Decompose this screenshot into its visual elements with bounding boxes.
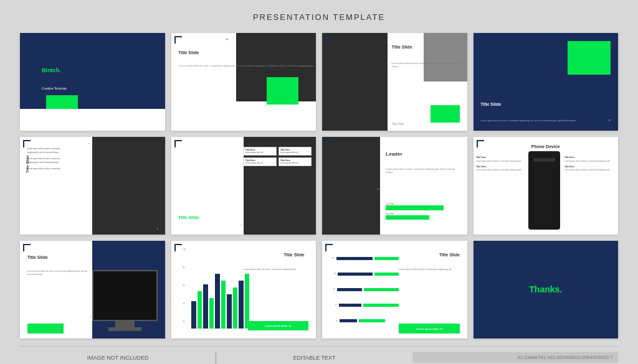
quote-icon: " <box>226 38 229 45</box>
text-line: adipiscing elit, sed do eiusmod tempor <box>27 161 88 164</box>
slide-11[interactable]: 100 80 60 40 20 <box>322 241 467 338</box>
h-bar-label: 100 <box>326 257 335 259</box>
bar-navy <box>203 284 208 329</box>
slide-6[interactable]: Title Slide Title Here Lorem ipsum dolor… <box>171 137 317 235</box>
quote-icon: " <box>90 315 92 321</box>
bar-green <box>359 319 385 322</box>
h-bar-row: 100 <box>326 257 399 260</box>
y-axis: 100 80 60 40 20 <box>183 248 186 322</box>
box-text: Lorem ipsum dolor sit <box>245 162 264 164</box>
box-text: Lorem ipsum dolor sit <box>245 151 264 154</box>
bar-green <box>233 287 238 329</box>
left-title-2: Title Here <box>476 166 526 169</box>
slide-2-text: Lorem ipsum dolor sit amet, consectetur … <box>178 64 314 68</box>
bar-green <box>209 298 214 329</box>
quote-icon: " <box>88 142 90 148</box>
slide-5[interactable]: Lorem ipsum dolor sit amet, consectetur … <box>20 137 165 235</box>
slide-3-title: Title Slide <box>392 45 412 49</box>
slide-11-label: Lorem ipsum dolor sit <box>399 324 460 334</box>
box-text: Lorem ipsum dolor sit <box>280 162 298 164</box>
slide-1-subtitle: Creative Template <box>42 86 67 90</box>
slide-1[interactable]: Bintch. Creative Template <box>20 33 165 131</box>
horizontal-bar-chart: 100 80 60 40 20 <box>326 251 399 329</box>
slide-4-text: Lorem ipsum dolor sit amet, consectetur … <box>480 119 576 123</box>
slide-8-phone-device[interactable]: Phone Device Title Here Lorem ipsum dolo… <box>474 137 619 235</box>
white-bar <box>20 109 165 131</box>
slide-6-boxes: Title Here Lorem ipsum dolor sit Title H… <box>244 147 312 166</box>
slide-10-title: Title Slide <box>283 253 304 257</box>
slides-grid: Bintch. Creative Template " Title Slide … <box>20 33 618 338</box>
y-label: 40 <box>183 302 186 305</box>
text-line: Lorem ipsum dolor sit amet, consectetur <box>27 167 88 170</box>
slide-8-left-text: Title Here Lorem ipsum dolor sit amet, c… <box>476 156 526 171</box>
quote-icon: " <box>240 223 242 230</box>
green-accent <box>46 95 78 109</box>
slide-2[interactable]: " Title Slide Lorem ipsum dolor sit amet… <box>171 33 317 131</box>
y-label: 20 <box>183 320 186 323</box>
slide-9-text: Lorem ipsum dolor sit amet, consectetur … <box>27 270 88 277</box>
slide-5-text: Lorem ipsum dolor sit amet, consectetur … <box>27 147 88 170</box>
footer-left: IMAGE NOT INCLUDED <box>20 355 216 361</box>
monitor-screen <box>92 270 158 321</box>
y-label: 80 <box>183 266 186 269</box>
h-bar-label: 20 <box>326 320 338 322</box>
box-text: Lorem ipsum dolor sit <box>280 151 298 154</box>
y-label: 60 <box>183 284 186 287</box>
mini-box-3: Title Here Lorem ipsum dolor sit <box>244 157 277 166</box>
gray-block <box>424 33 467 82</box>
slide-7[interactable]: Leader Lorem ipsum dolor sit amet, conse… <box>322 137 467 235</box>
bar-navy <box>227 294 232 329</box>
slide-9[interactable]: Title Slide Lorem ipsum dolor sit amet, … <box>20 241 165 338</box>
bar-navy <box>337 288 361 291</box>
progress-bar-1 <box>386 205 444 210</box>
bar-green <box>363 304 399 307</box>
monitor-stand <box>115 321 135 327</box>
bar-green <box>374 257 399 260</box>
slide-8-title: Phone Device <box>474 144 619 149</box>
slide-4-title: Title Slide <box>480 102 501 106</box>
slide-6-title: Title Slide <box>178 215 199 220</box>
slide-3-text: Lorem ipsum dolor sit amet, consectetur … <box>392 62 462 69</box>
bar-green <box>221 281 226 329</box>
slide-4[interactable]: Title Slide Lorem ipsum dolor sit amet, … <box>474 33 619 131</box>
text-line: adipiscing elit, sed do eiusmod tempor <box>27 151 88 154</box>
green-accent <box>431 105 460 123</box>
green-accent <box>568 41 611 75</box>
thanks-text: Thanks. <box>529 284 562 294</box>
slide-12-thanks[interactable]: Thanks. <box>474 241 619 338</box>
progress-bar-2 <box>386 215 429 220</box>
slide-3[interactable]: Title Slide Lorem ipsum dolor sit amet, … <box>322 33 467 131</box>
slide-7-text: Lorem ipsum dolor sit amet, consectetur … <box>386 168 458 175</box>
dark-block <box>322 33 388 131</box>
h-bar-row: 20 <box>326 319 399 322</box>
slide-11-text: Lorem ipsum dolor sit amet, consectetur … <box>399 268 460 271</box>
page-title: PRESENTATION TEMPLATE <box>253 12 385 22</box>
bar-navy <box>215 274 220 329</box>
monitor-device <box>92 270 158 334</box>
slide-3-title2: Title Here <box>392 123 404 126</box>
bar-navy <box>339 304 361 307</box>
phone-device <box>528 151 560 230</box>
mini-box-4: Title Here Lorem ipsum dolor sit <box>279 157 312 166</box>
bar-navy <box>239 281 244 329</box>
mini-box-2: Title Here Lorem ipsum dolor sit <box>279 147 312 156</box>
dark-block <box>322 137 380 235</box>
dark-block <box>92 137 164 235</box>
slide-10[interactable]: 100 80 60 40 20 Title Slide Lorem ipsum … <box>171 241 317 338</box>
footer: IMAGE NOT INCLUDED EDITABLE TEXT ID:3368… <box>20 346 618 364</box>
mini-box-1: Title Here Lorem ipsum dolor sit <box>244 147 277 156</box>
slide-8-right-text: Title Here Lorem ipsum dolor sit amet, c… <box>564 156 615 171</box>
left-title-1: Title Here <box>476 156 526 159</box>
h-bar-label: 40 <box>326 304 337 306</box>
bar-navy <box>340 319 357 322</box>
slide-10-label: Lorem ipsum dolor sit <box>248 321 309 331</box>
phone-speaker <box>533 158 556 162</box>
h-bar-row: 60 <box>326 288 399 291</box>
bar-navy <box>338 273 373 276</box>
green-accent <box>267 77 298 105</box>
h-bar-label: 80 <box>326 273 336 275</box>
monitor-base <box>108 327 141 331</box>
bar-navy <box>336 257 373 260</box>
h-bar-row: 80 <box>326 273 399 276</box>
slide-10-text: Lorem ipsum dolor sit amet, consectetur … <box>244 268 309 271</box>
